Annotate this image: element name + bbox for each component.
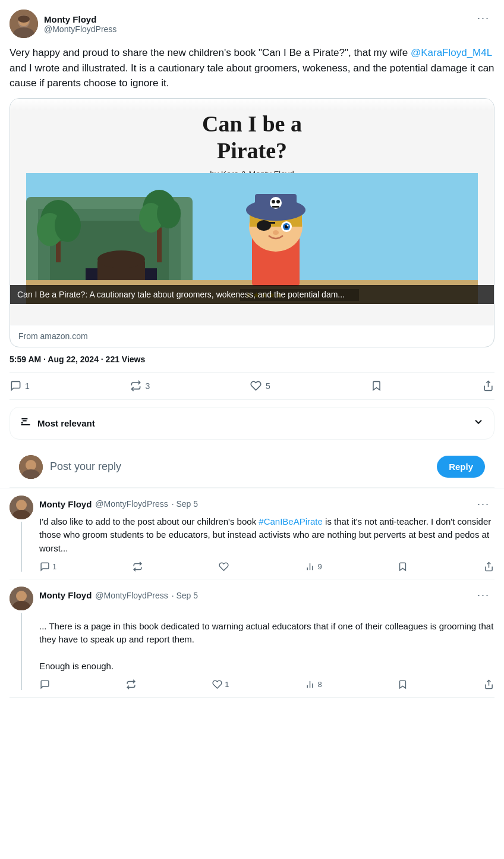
retweet-count: 3 bbox=[145, 381, 150, 391]
views-label: Views bbox=[119, 355, 145, 364]
sort-bar[interactable]: Most relevant bbox=[10, 407, 494, 440]
reply-header: Monty Floyd @MontyFloydPress · Sep 5 ··· bbox=[39, 496, 494, 513]
svg-point-39 bbox=[273, 230, 279, 235]
share-action-button[interactable] bbox=[483, 380, 494, 392]
book-source: From amazon.com bbox=[10, 325, 494, 347]
chevron-down-icon bbox=[472, 416, 484, 431]
views-count: 221 bbox=[106, 355, 119, 364]
svg-point-38 bbox=[287, 224, 289, 226]
svg-point-48 bbox=[26, 460, 36, 471]
reply-date: · Sep 5 bbox=[172, 499, 198, 509]
reply-like-count: 1 bbox=[225, 680, 229, 689]
reply-actions: 1 bbox=[39, 561, 494, 572]
reply-actions: 1 8 bbox=[39, 679, 494, 690]
reply-author-username[interactable]: @MontyFloydPress bbox=[95, 591, 168, 600]
composer-avatar bbox=[19, 455, 43, 479]
reply-bookmark-icon bbox=[398, 561, 408, 572]
reply-text: I'd also like to add to the post about o… bbox=[39, 515, 494, 556]
reply-avatar[interactable] bbox=[10, 587, 33, 610]
reply-action-button[interactable]: 1 bbox=[10, 380, 30, 392]
reply-views-icon bbox=[305, 679, 316, 690]
reply-author-name[interactable]: Monty Floyd bbox=[39, 499, 92, 509]
more-options-button[interactable]: ··· bbox=[472, 10, 494, 27]
svg-point-58 bbox=[16, 591, 27, 601]
sort-label: Most relevant bbox=[37, 418, 95, 428]
like-count: 5 bbox=[266, 381, 270, 391]
reply-bookmark-action[interactable] bbox=[398, 561, 408, 572]
reply-reply-action[interactable] bbox=[39, 679, 50, 690]
reply-share-icon bbox=[484, 679, 494, 690]
avatar[interactable] bbox=[10, 10, 38, 38]
reply-text-content: ... There is a page in this book dedicat… bbox=[39, 621, 493, 672]
reply-input[interactable]: Post your reply bbox=[50, 460, 430, 473]
reply-hashtag[interactable]: #CanIBeAPirate bbox=[259, 516, 323, 526]
svg-point-20 bbox=[157, 199, 181, 228]
reply-text: ... There is a page in this book dedicat… bbox=[39, 606, 494, 673]
like-icon bbox=[250, 380, 262, 392]
retweet-icon bbox=[130, 380, 141, 392]
retweet-action-button[interactable]: 3 bbox=[130, 380, 150, 392]
timestamp: 5:59 AM · Aug 22, 2024 · bbox=[10, 355, 106, 364]
svg-rect-34 bbox=[261, 222, 275, 224]
reply-retweet-icon bbox=[132, 561, 143, 572]
reply-date: · Sep 5 bbox=[172, 591, 198, 600]
svg-point-51 bbox=[16, 500, 27, 510]
reply-bookmark-action[interactable] bbox=[398, 679, 408, 690]
reply-author-username[interactable]: @MontyFloydPress bbox=[95, 499, 168, 509]
bookmark-action-button[interactable] bbox=[370, 380, 382, 392]
reply-more-button[interactable]: ··· bbox=[472, 496, 494, 513]
reply-item-left bbox=[10, 587, 33, 690]
svg-point-4 bbox=[18, 15, 30, 23]
display-name[interactable]: Monty Floyd bbox=[44, 14, 116, 24]
reply-share-action[interactable] bbox=[484, 561, 494, 572]
reply-retweet-action[interactable] bbox=[125, 679, 136, 690]
reply-submit-button[interactable]: Reply bbox=[437, 456, 485, 478]
svg-point-30 bbox=[272, 200, 275, 203]
reply-thread: Monty Floyd @MontyFloydPress · Sep 5 ···… bbox=[0, 488, 504, 698]
reply-more-button[interactable]: ··· bbox=[472, 587, 494, 604]
sort-left: Most relevant bbox=[20, 416, 95, 431]
reply-views-action[interactable]: 9 bbox=[305, 561, 322, 572]
reply-share-action[interactable] bbox=[484, 679, 494, 690]
like-action-button[interactable]: 5 bbox=[250, 380, 270, 392]
tweet-text: Very happy and proud to share the new ch… bbox=[10, 45, 494, 91]
reply-like-action[interactable] bbox=[218, 561, 229, 572]
mention-link[interactable]: @KaraFloyd_M4L bbox=[411, 47, 492, 58]
reply-reply-action[interactable]: 1 bbox=[39, 561, 56, 572]
reply-bookmark-icon bbox=[398, 679, 408, 690]
reply-like-action[interactable]: 1 bbox=[212, 679, 229, 690]
thread-line bbox=[21, 522, 22, 572]
reply-header-info: Monty Floyd @MontyFloydPress · Sep 5 bbox=[39, 499, 198, 509]
reply-item: Monty Floyd @MontyFloydPress · Sep 5 ···… bbox=[10, 579, 494, 698]
reply-item-right: Monty Floyd @MontyFloydPress · Sep 5 ···… bbox=[39, 496, 494, 572]
svg-rect-32 bbox=[272, 206, 279, 208]
reply-item-right: Monty Floyd @MontyFloydPress · Sep 5 ···… bbox=[39, 587, 494, 690]
reply-header-info: Monty Floyd @MontyFloydPress · Sep 5 bbox=[39, 590, 198, 600]
tweet-header: Monty Floyd @MontyFloydPress ··· bbox=[10, 10, 494, 38]
book-illustration: ★★★★★ Can I Be a Pirate?: A cautionary t… bbox=[10, 173, 494, 304]
book-image: Can I be a Pirate? by Kara & Monty Floyd bbox=[10, 99, 494, 325]
timestamp-views: 5:59 AM · Aug 22, 2024 · 221 Views bbox=[10, 355, 494, 364]
tweet-text-before-mention: Very happy and proud to share the new ch… bbox=[10, 47, 411, 58]
reply-share-icon bbox=[484, 561, 494, 572]
reply-header: Monty Floyd @MontyFloydPress · Sep 5 ··· bbox=[39, 587, 494, 604]
bookmark-icon bbox=[370, 380, 382, 392]
reply-views-count: 9 bbox=[318, 562, 322, 571]
filter-icon bbox=[20, 416, 32, 431]
reply-count: 1 bbox=[25, 381, 30, 391]
tweet-text-after-mention: and I wrote and illustrated. It is a cau… bbox=[10, 62, 494, 89]
reply-author-name[interactable]: Monty Floyd bbox=[39, 590, 92, 600]
reply-composer: Post your reply Reply bbox=[10, 447, 494, 488]
svg-point-31 bbox=[276, 200, 280, 203]
svg-point-12 bbox=[97, 250, 145, 268]
reply-views-count: 8 bbox=[318, 680, 322, 689]
reply-icon bbox=[10, 380, 21, 392]
username[interactable]: @MontyFloydPress bbox=[44, 24, 116, 34]
reply-views-action[interactable]: 8 bbox=[305, 679, 322, 690]
reply-retweet-action[interactable] bbox=[132, 561, 143, 572]
svg-point-16 bbox=[55, 209, 81, 242]
book-card[interactable]: Can I be a Pirate? by Kara & Monty Floyd bbox=[10, 98, 494, 347]
reply-avatar[interactable] bbox=[10, 496, 33, 519]
reply-text-before-hashtag: I'd also like to add to the post about o… bbox=[39, 516, 259, 526]
reply-retweet-icon bbox=[125, 679, 136, 690]
